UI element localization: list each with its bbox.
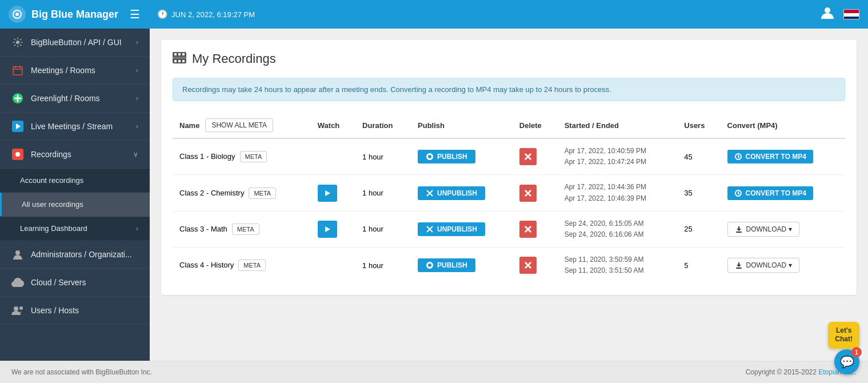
- svg-rect-4: [13, 67, 22, 75]
- flag-icon[interactable]: [843, 9, 859, 19]
- svg-marker-37: [325, 226, 330, 232]
- col-duration: Duration: [355, 113, 411, 138]
- recordings-page-card: My Recordings Recordings may take 24 hou…: [161, 40, 857, 295]
- convert-cell: CONVERT TO MP4: [721, 138, 845, 175]
- started-date: Sep 24, 2020, 6:15:05 AM: [565, 218, 671, 229]
- sidebar-label-recordings: Recordings: [31, 150, 126, 159]
- watch-cell: [311, 211, 355, 247]
- publish-button[interactable]: PUBLISH: [418, 258, 475, 272]
- svg-point-15: [15, 250, 20, 255]
- meta-button[interactable]: META: [232, 224, 259, 235]
- svg-point-1: [15, 13, 19, 16]
- dates-cell: Apr 17, 2022, 10:40:59 PMApr 17, 2022, 1…: [558, 138, 678, 175]
- sidebar-item-recordings[interactable]: Recordings ∨: [0, 141, 150, 169]
- datetime-display: 🕐 JUN 2, 2022, 6:19:27 PM: [157, 9, 255, 19]
- svg-point-17: [19, 306, 23, 310]
- chevron-right-icon: ›: [136, 38, 138, 46]
- show-all-meta-button[interactable]: SHOW ALL META: [205, 118, 273, 132]
- delete-button[interactable]: [519, 148, 537, 165]
- dates-cell: Sep 24, 2020, 6:15:05 AMSep 24, 2020, 6:…: [558, 211, 678, 247]
- unpublish-button[interactable]: UNPUBLISH: [418, 186, 485, 200]
- brand-icon: [9, 6, 26, 23]
- recordings-submenu: Account recordings All user recordings L…: [0, 169, 150, 241]
- recording-name: Class 4 - History: [179, 261, 234, 269]
- users-cell: 25: [677, 211, 720, 247]
- chevron-right-icon: ›: [136, 66, 138, 74]
- convert-cell: CONVERT TO MP4: [721, 175, 845, 211]
- sidebar-item-bigbluebutton[interactable]: BigBlueButton / API / GUI ›: [0, 29, 150, 57]
- duration-cell: 1 hour: [355, 138, 411, 175]
- sidebar-item-learning-dashboard[interactable]: Learning Dashboard ›: [0, 217, 150, 241]
- recordings-table: Name SHOW ALL META Watch Duration Publis…: [173, 113, 845, 284]
- delete-button[interactable]: [519, 257, 537, 274]
- convert-button[interactable]: CONVERT TO MP4: [727, 150, 813, 163]
- meta-button[interactable]: META: [249, 187, 276, 199]
- svg-point-2: [825, 7, 830, 13]
- table-row: Class 1 - BiologyMETA1 hourPUBLISHApr 17…: [173, 138, 845, 175]
- recording-icon: [11, 148, 24, 161]
- unpublish-button[interactable]: UNPUBLISH: [418, 222, 485, 236]
- col-convert: Convert (MP4): [721, 113, 845, 138]
- publish-button[interactable]: PUBLISH: [418, 150, 475, 163]
- sidebar-item-cloud-servers[interactable]: Cloud / Servers: [0, 269, 150, 297]
- cloud-icon: [11, 276, 24, 289]
- svg-point-44: [428, 264, 431, 267]
- chevron-down-icon: ∨: [133, 150, 138, 158]
- play-icon: [11, 120, 24, 133]
- convert-button[interactable]: CONVERT TO MP4: [727, 186, 813, 200]
- publish-cell: UNPUBLISH: [411, 211, 513, 247]
- delete-button[interactable]: [519, 185, 537, 202]
- svg-point-16: [14, 306, 18, 311]
- watch-button[interactable]: [318, 185, 337, 202]
- ended-date: Sep 24, 2020, 6:16:06 AM: [565, 229, 671, 240]
- sidebar-item-meetings[interactable]: Meetings / Rooms ›: [0, 57, 150, 85]
- chevron-right-icon: ›: [136, 122, 138, 130]
- admin-icon: [11, 248, 24, 261]
- sidebar-item-greenlight[interactable]: Greenlight / Rooms ›: [0, 85, 150, 113]
- sidebar-item-all-user-recordings[interactable]: All user recordings: [0, 193, 150, 217]
- user-account-icon[interactable]: [820, 5, 835, 23]
- calendar-icon: [11, 64, 24, 77]
- sidebar-item-users-hosts[interactable]: Users / Hosts: [0, 297, 150, 325]
- recording-name: Class 3 - Math: [179, 225, 227, 233]
- sidebar-item-live-meetings[interactable]: Live Meetings / Stream ›: [0, 113, 150, 141]
- app-body: BigBlueButton / API / GUI › Meetings / R…: [0, 29, 868, 361]
- chevron-right-icon: ›: [136, 225, 138, 233]
- table-row: Class 4 - HistoryMETA1 hourPUBLISHSep 11…: [173, 248, 845, 284]
- datetime-text: JUN 2, 2022, 6:19:27 PM: [171, 10, 255, 19]
- col-started-ended: Started / Ended: [558, 113, 678, 138]
- watch-button[interactable]: [318, 221, 337, 238]
- delete-cell: [513, 138, 558, 175]
- svg-rect-47: [736, 268, 742, 269]
- lets-chat-button[interactable]: Let'sChat!: [828, 322, 859, 349]
- watch-cell: [311, 138, 355, 175]
- chat-circle-button[interactable]: 💬 1: [834, 349, 859, 374]
- alert-text: Recordings may take 24 hours to appear a…: [182, 85, 611, 94]
- chat-badge: 1: [851, 347, 862, 357]
- alert-info: Recordings may take 24 hours to appear a…: [173, 78, 845, 101]
- sidebar-label-all-user-recordings: All user recordings: [22, 200, 138, 209]
- dates-cell: Apr 17, 2022, 10:44:36 PMApr 17, 2022, 1…: [558, 175, 678, 211]
- brand-label: Big Blue Manager: [31, 9, 118, 21]
- meta-button[interactable]: META: [240, 151, 267, 162]
- download-button[interactable]: DOWNLOAD ▾: [727, 222, 799, 237]
- col-watch: Watch: [311, 113, 355, 138]
- sidebar-item-administrators[interactable]: Administrators / Organizati...: [0, 241, 150, 269]
- svg-point-14: [15, 152, 20, 157]
- brand[interactable]: Big Blue Manager: [9, 6, 118, 23]
- sidebar-item-account-recordings[interactable]: Account recordings: [0, 169, 150, 193]
- delete-button[interactable]: [519, 221, 537, 238]
- gear-icon: [11, 36, 24, 49]
- sidebar-label-users-hosts: Users / Hosts: [31, 306, 138, 315]
- hamburger-menu[interactable]: ☰: [130, 7, 140, 21]
- meta-button[interactable]: META: [238, 260, 266, 271]
- download-button[interactable]: DOWNLOAD ▾: [727, 258, 799, 273]
- dates-cell: Sep 11, 2020, 3:50:59 AMSep 11, 2020, 3:…: [558, 248, 678, 284]
- users-cell: 5: [677, 248, 720, 284]
- page-title-text: My Recordings: [192, 51, 276, 66]
- sidebar-label-account-recordings: Account recordings: [20, 176, 138, 185]
- publish-cell: UNPUBLISH: [411, 175, 513, 211]
- footer-left: We are not associated with BigBlueButton…: [11, 368, 152, 376]
- recording-name-cell: Class 2 - ChemistryMETA: [173, 175, 311, 211]
- convert-cell: DOWNLOAD ▾: [721, 248, 845, 284]
